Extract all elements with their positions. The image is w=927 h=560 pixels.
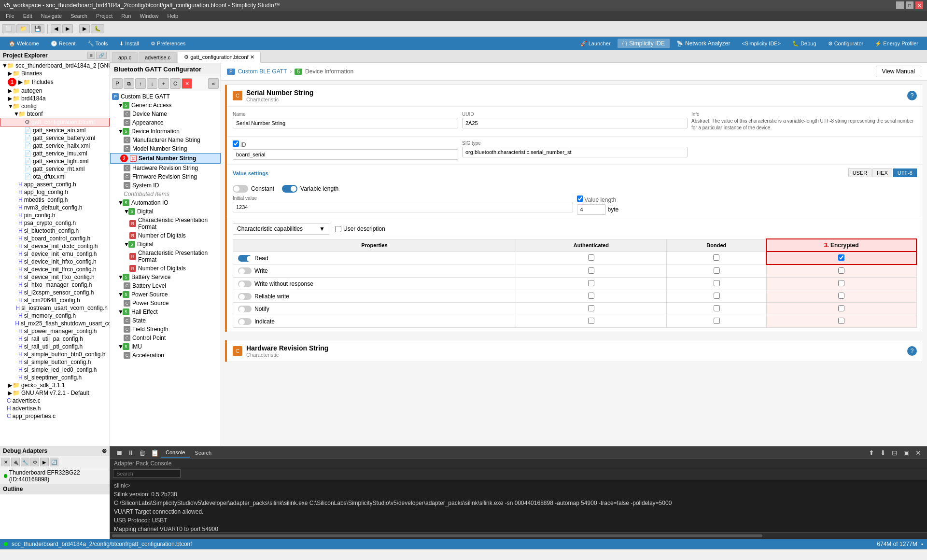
gatt-num-digitals-2[interactable]: R Number of Digitals: [110, 264, 221, 273]
tree-includes[interactable]: 1 ▶📁Includes: [0, 77, 110, 87]
gatt-add-service-btn[interactable]: P: [112, 78, 123, 89]
gatt-power-source-char[interactable]: C Power Source: [110, 299, 221, 308]
gatt-hw-rev[interactable]: C Hardware Revision String: [110, 164, 221, 172]
tree-sl-dcdc[interactable]: Hsl_device_init_dcdc_config.h: [0, 242, 110, 250]
gatt-state[interactable]: C State: [110, 316, 221, 325]
gatt-copy-btn[interactable]: ⧉: [124, 78, 134, 89]
nav-debug[interactable]: 🐛 Debug: [787, 39, 821, 48]
tree-app-log[interactable]: Happ_log_config.h: [0, 188, 110, 196]
gatt-battery-level[interactable]: C Battery Level: [110, 281, 221, 290]
tab-gatt-config[interactable]: ⚙ gatt_configuration.btconf ✕: [178, 52, 261, 63]
name-input[interactable]: [233, 118, 458, 128]
debug-btn-3[interactable]: 🔧: [21, 458, 29, 466]
tree-sl-i2cspm[interactable]: Hsl_i2cspm_sensor_config.h: [0, 289, 110, 296]
view-manual-button[interactable]: View Manual: [876, 66, 921, 77]
wnr-encrypted-checkbox[interactable]: [838, 280, 844, 286]
tree-sl-btn0[interactable]: Hsl_simple_button_btn0_config.h: [0, 350, 110, 358]
read-toggle[interactable]: [238, 255, 252, 262]
bottom-tool-3[interactable]: 🗑: [137, 448, 148, 457]
toolbar-run-btn[interactable]: ▶: [79, 24, 90, 33]
char-caps-dropdown[interactable]: Characteristic capabilities ▼: [233, 223, 329, 235]
tree-sl-mx25[interactable]: Hsl_mx25_flash_shutdown_usart_config.h: [0, 320, 110, 327]
indicate-encrypted-checkbox[interactable]: [838, 318, 844, 324]
gatt-imu[interactable]: ▼ 5 IMU: [110, 342, 221, 351]
gatt-automation-io[interactable]: ▼ 5 Automation IO: [110, 198, 221, 207]
console-btn-5[interactable]: ✕: [913, 448, 923, 457]
notify-toggle[interactable]: [238, 306, 252, 312]
tree-sl-hfxo-mgr[interactable]: Hsl_hfxo_manager_config.h: [0, 281, 110, 289]
write-bonded-checkbox[interactable]: [714, 267, 720, 274]
debug-btn-5[interactable]: ▶: [40, 458, 49, 466]
tree-sl-board[interactable]: Hsl_board_control_config.h: [0, 235, 110, 242]
constant-toggle[interactable]: [233, 185, 248, 193]
tab-app-c[interactable]: app.c: [112, 52, 138, 62]
gatt-collapse-btn[interactable]: «: [208, 78, 219, 89]
toolbar-back-btn[interactable]: ◀: [51, 24, 61, 33]
gatt-delete-btn[interactable]: ✕: [182, 78, 192, 89]
gatt-power-source[interactable]: ▼ 5 Power Source: [110, 290, 221, 299]
tree-gatt-hall[interactable]: 📄gatt_service_hallx.xml: [0, 142, 110, 150]
console-btn-3[interactable]: ⊟: [890, 448, 899, 457]
gatt-up-btn[interactable]: ↑: [135, 78, 146, 89]
maximize-button[interactable]: □: [906, 1, 913, 9]
breadcrumb-root[interactable]: Custom BLE GATT: [238, 68, 287, 75]
nav-preferences[interactable]: ⚙ Preferences: [146, 39, 190, 48]
tree-nvm3[interactable]: Hnvm3_default_config.h: [0, 204, 110, 211]
debug-btn-1[interactable]: ✕: [1, 458, 10, 466]
menu-run[interactable]: Run: [117, 12, 135, 20]
nav-configurator[interactable]: ⚙ Configurator: [823, 39, 869, 48]
toolbar-save-btn[interactable]: 💾: [31, 24, 44, 33]
gatt-battery-service[interactable]: ▼ 5 Battery Service: [110, 273, 221, 281]
debug-btn-6[interactable]: 🔄: [50, 458, 58, 466]
tree-app-assert[interactable]: Happ_assert_config.h: [0, 181, 110, 188]
tree-sl-emu[interactable]: Hsl_device_init_emu_config.h: [0, 250, 110, 258]
debug-btn-4[interactable]: ⚙: [30, 458, 39, 466]
gatt-fw-rev[interactable]: C Firmware Revision String: [110, 172, 221, 181]
gatt-device-name[interactable]: C Device Name: [110, 110, 221, 118]
help-button[interactable]: ?: [907, 91, 917, 100]
tree-gatt-config[interactable]: ⚙ gatt_configuration.btconf: [0, 118, 110, 126]
indicate-toggle[interactable]: [238, 318, 252, 325]
gatt-control-point[interactable]: C Control Point: [110, 334, 221, 342]
tree-sl-led[interactable]: Hsl_simple_led_led0_config.h: [0, 366, 110, 374]
gatt-hall-effect[interactable]: ▼ 5 Hall Effect: [110, 308, 221, 316]
tree-brd4184a[interactable]: ▶📁brd4184a: [0, 95, 110, 102]
nav-simplicity-ide-2[interactable]: <Simplicity IDE>: [737, 39, 786, 48]
variable-length-toggle[interactable]: [282, 185, 297, 193]
tree-sl-power[interactable]: Hsl_power_manager_config.h: [0, 327, 110, 335]
tab-advertise-c[interactable]: advertise.c: [139, 52, 177, 62]
notify-bonded-checkbox[interactable]: [714, 305, 720, 311]
gatt-add-char-btn[interactable]: C: [170, 78, 181, 89]
menu-project[interactable]: Project: [92, 12, 116, 20]
toolbar-open-btn[interactable]: 📁: [16, 24, 30, 33]
pe-link-btn[interactable]: 🔗: [96, 52, 107, 59]
pe-collapse-btn[interactable]: ≡: [87, 52, 95, 59]
menu-help[interactable]: Help: [164, 12, 183, 20]
toolbar-debug-btn[interactable]: 🐛: [91, 24, 104, 33]
value-length-checkbox[interactable]: [577, 196, 583, 202]
toolbar-forward-btn[interactable]: ▶: [62, 24, 73, 33]
nav-launcher[interactable]: 🚀 Launcher: [576, 39, 616, 48]
gatt-model-num[interactable]: C Model Number String: [110, 144, 221, 153]
tree-sl-lfxo[interactable]: Hsl_device_init_lfxo_config.h: [0, 273, 110, 281]
value-tab-user[interactable]: USER: [848, 168, 872, 177]
menu-edit[interactable]: Edit: [19, 12, 36, 20]
read-bonded-checkbox[interactable]: [713, 254, 719, 261]
tree-gatt-imu[interactable]: 📄gatt_service_imu.xml: [0, 150, 110, 157]
gatt-system-id[interactable]: C System ID: [110, 181, 221, 190]
tree-config[interactable]: ▼📁config: [0, 102, 110, 110]
menu-search[interactable]: Search: [67, 12, 91, 20]
gatt-cpf-2[interactable]: R Characteristic Presentation Format: [110, 249, 221, 264]
minimize-button[interactable]: –: [896, 1, 904, 9]
write-auth-checkbox[interactable]: [588, 267, 594, 274]
gatt-generic-access[interactable]: ▼ 5 Generic Access: [110, 101, 221, 110]
gatt-appearance[interactable]: C Appearance: [110, 118, 221, 127]
tree-gnu-arm[interactable]: ▶📁GNU ARM v7.2.1 - Default: [0, 389, 110, 397]
tree-sl-btn[interactable]: Hsl_simple_button_config.h: [0, 358, 110, 366]
gatt-acceleration[interactable]: C Acceleration: [110, 351, 221, 360]
console-btn-1[interactable]: ⬆: [867, 448, 876, 457]
toolbar-new-btn[interactable]: ⬜: [2, 24, 15, 33]
hw-help-button[interactable]: ?: [907, 346, 917, 356]
gatt-expand-btn[interactable]: +: [158, 78, 169, 89]
gatt-down-btn[interactable]: ↓: [147, 78, 157, 89]
